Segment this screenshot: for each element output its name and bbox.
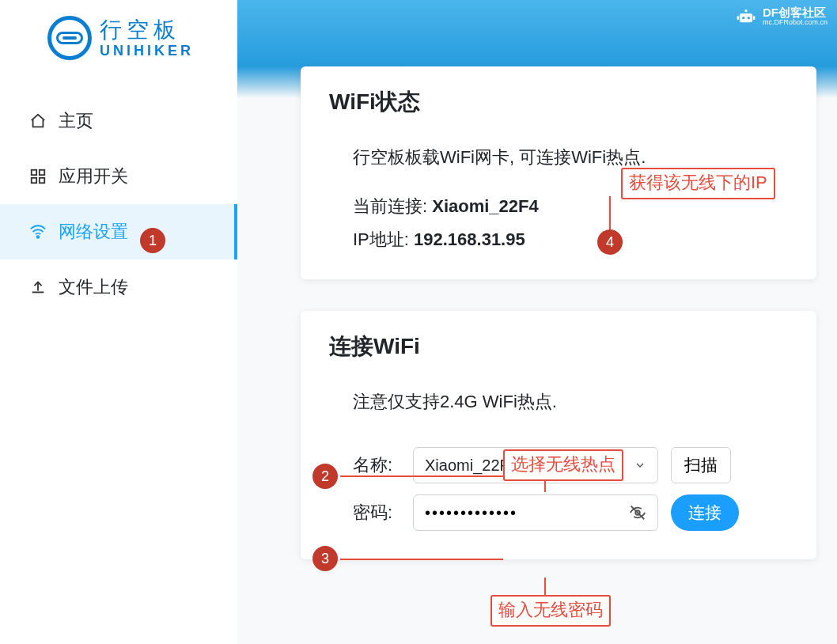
sidebar-item-upload[interactable]: 文件上传 [0, 259, 237, 315]
wifi-current-row: 当前连接: Xiaomi_22F4 [353, 190, 785, 223]
robot-icon [736, 8, 756, 25]
svg-point-9 [742, 17, 744, 19]
scan-button[interactable]: 扫描 [671, 447, 731, 483]
sidebar-item-label: 网络设置 [59, 220, 128, 244]
sidebar-item-label: 主页 [59, 109, 93, 133]
ssid-select[interactable]: Xiaomi_22F4 [413, 447, 658, 483]
apps-icon [28, 168, 47, 185]
sidebar-item-label: 应用开关 [59, 165, 128, 188]
sidebar-item-home[interactable]: 主页 [0, 93, 237, 149]
watermark: DF创客社区 mc.DFRobot.com.cn [736, 6, 828, 26]
connect-wifi-card: 连接WiFi 注意仅支持2.4G WiFi热点. 名称: Xiaomi_22F4… [301, 311, 816, 559]
watermark-title: DF创客社区 [763, 6, 828, 19]
sidebar-item-apps[interactable]: 应用开关 [0, 149, 237, 204]
connect-button[interactable]: 连接 [671, 494, 739, 531]
svg-point-5 [744, 9, 747, 12]
brand-logo: 行空板 UNIHIKER [0, 0, 237, 81]
wifi-current-value: Xiaomi_22F4 [432, 196, 539, 216]
svg-rect-8 [753, 16, 755, 20]
svg-rect-2 [32, 178, 36, 183]
connect-wifi-title: 连接WiFi [329, 331, 785, 362]
svg-point-10 [748, 17, 750, 19]
main-content: WiFi状态 行空板板载WiFi网卡, 可连接WiFi热点. 当前连接: Xia… [237, 66, 837, 644]
eye-off-icon[interactable] [629, 504, 646, 521]
svg-rect-7 [737, 16, 739, 20]
wifi-icon [28, 223, 47, 241]
sidebar-nav: 主页 应用开关 网络设置 文件上传 [0, 93, 237, 315]
sidebar-item-label: 文件上传 [59, 275, 128, 299]
wifi-status-title: WiFi状态 [329, 87, 785, 117]
password-input-wrapper [413, 494, 658, 531]
chevron-down-icon [634, 459, 646, 472]
password-label: 密码: [353, 496, 400, 529]
wifi-status-description: 行空板板载WiFi网卡, 可连接WiFi热点. [353, 141, 785, 174]
password-input[interactable] [425, 504, 623, 522]
wifi-current-label: 当前连接: [353, 196, 432, 216]
upload-icon [28, 278, 47, 296]
svg-rect-0 [32, 170, 36, 175]
wifi-ip-row: IP地址: 192.168.31.95 [353, 223, 785, 256]
svg-rect-1 [40, 170, 44, 175]
connect-wifi-note: 注意仅支持2.4G WiFi热点. [353, 385, 785, 419]
sidebar: 行空板 UNIHIKER 主页 应用开关 网络设置 文件上传 [0, 0, 237, 644]
wifi-ip-label: IP地址: [353, 229, 414, 249]
ssid-selected-value: Xiaomi_22F4 [425, 450, 518, 480]
wifi-ip-value: 192.168.31.95 [414, 229, 525, 249]
ssid-label: 名称: [353, 449, 400, 482]
brand-logo-mark [47, 16, 92, 60]
home-icon [28, 112, 47, 130]
brand-name-en: UNIHIKER [100, 43, 194, 59]
watermark-sub: mc.DFRobot.com.cn [763, 19, 828, 26]
svg-rect-3 [40, 178, 44, 183]
svg-rect-6 [740, 13, 752, 22]
svg-point-4 [37, 236, 40, 238]
wifi-status-card: WiFi状态 行空板板载WiFi网卡, 可连接WiFi热点. 当前连接: Xia… [301, 66, 816, 279]
brand-name-cn: 行空板 [100, 17, 194, 43]
sidebar-item-network[interactable]: 网络设置 [0, 204, 237, 259]
